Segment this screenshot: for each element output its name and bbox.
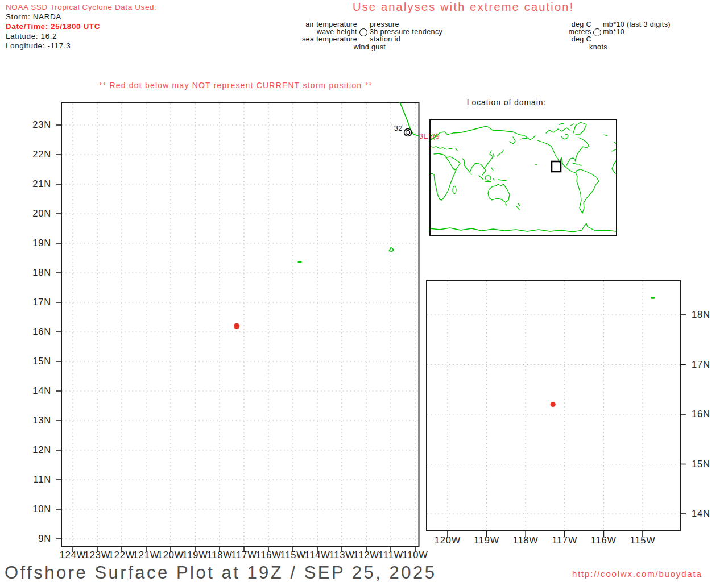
indonesia-islands [479, 168, 506, 182]
europe-coast [429, 146, 457, 151]
main-y-tick-label: 21N [16, 178, 51, 189]
zoom-y-tick-label: 17N [692, 359, 727, 370]
station-circle-icon [359, 28, 367, 36]
main-x-tick-label: 110W [402, 550, 429, 560]
canada-arctic [546, 123, 574, 139]
arabia-coast [446, 157, 460, 169]
zoom-map-gridlines [427, 281, 686, 537]
latitude-line: Latitude: 16.2 [6, 31, 156, 41]
scandinavia-coast [430, 135, 436, 140]
domain-box-marker [552, 161, 561, 172]
storm-position-warning: ** Red dot below may NOT represent CURRE… [99, 81, 373, 90]
storm-name-line: Storm: NARDA [6, 12, 156, 22]
atlantic-edge-fragments [612, 142, 617, 174]
australia-nz [488, 184, 520, 210]
north-america-east-coast [566, 138, 589, 167]
source-url[interactable]: http://coolwx.com/buoydata [572, 569, 702, 579]
longitude-line: Longitude: -117.3 [6, 41, 156, 51]
main-y-tick-label: 16N [16, 326, 51, 337]
main-x-tick-label: 119W [181, 550, 209, 560]
zoom-map-marks [551, 297, 655, 407]
main-x-tick-label: 120W [157, 550, 184, 560]
legend-sea-temperature-label: sea temperature [267, 36, 357, 43]
main-y-tick-label: 11N [16, 474, 51, 485]
main-y-tick-label: 20N [16, 208, 51, 219]
storm-narda-position [551, 402, 556, 407]
eurasia-north-coast [429, 126, 523, 141]
main-map-marks: 32 [234, 124, 412, 329]
units-tendency-label: mb*10 [603, 28, 624, 36]
zoom-x-tick-label: 117W [551, 535, 578, 546]
main-y-tick-label: 9N [16, 533, 51, 544]
kamchatka-aleutians [510, 137, 527, 144]
main-surface-map: 32 [54, 102, 424, 555]
main-y-tick-label: 23N [16, 119, 51, 130]
station-model-legend: air temperature pressure wave height 3h … [267, 21, 442, 43]
borneo [485, 176, 491, 180]
main-y-tick-label: 12N [16, 444, 51, 455]
station-circle [404, 129, 412, 136]
main-x-tick-label: 116W [255, 550, 282, 560]
greenland-iceland [573, 122, 607, 136]
units-knots-label: knots [576, 43, 621, 51]
main-y-tick-label: 10N [16, 504, 51, 514]
main-x-tick-label: 112W [353, 550, 380, 560]
main-y-tick-label: 14N [16, 385, 51, 396]
legend-station-id-label: station id [370, 36, 400, 43]
zoom-y-tick-label: 14N [692, 508, 727, 519]
noaa-data-line: NOAA SSD Tropical Cyclone Data Used: [6, 2, 156, 12]
station-air-temperature: 32 [394, 124, 403, 132]
main-x-tick-label: 121W [133, 550, 160, 560]
main-x-tick-label: 115W [279, 550, 307, 560]
east-asia-coast [477, 151, 493, 175]
plot-title: Offshore Surface Plot at 19Z / SEP 25, 2… [5, 563, 436, 582]
zoom-x-tick-label: 115W [629, 535, 656, 546]
main-y-tick-label: 22N [16, 149, 51, 160]
main-x-tick-label: 122W [108, 550, 135, 560]
caution-title: Use analyses with extreme caution! [353, 1, 574, 14]
main-x-tick-label: 114W [304, 550, 331, 560]
main-y-tick-label: 13N [16, 415, 51, 426]
units-legend: deg C mb*10 (last 3 digits) meters mb*10… [535, 21, 671, 43]
zoom-y-tick-label: 16N [692, 409, 727, 419]
japan-korea [493, 150, 503, 156]
main-map-border [61, 103, 419, 547]
zoom-x-tick-label: 118W [512, 535, 539, 546]
main-y-tick-label: 17N [16, 297, 51, 307]
units-degc-sea-label: deg C [535, 36, 592, 43]
clarion-island [298, 261, 302, 263]
zoom-x-tick-label: 120W [434, 535, 461, 546]
legend-wind-gust-label: wind gust [327, 43, 412, 51]
header-info: NOAA SSD Tropical Cyclone Data Used: Sto… [6, 2, 156, 51]
offshore-surface-plot-page: { "header": { "noaa_line": "NOAA SSD Tro… [0, 0, 728, 582]
main-x-tick-label: 111W [377, 550, 404, 560]
main-y-tick-label: 15N [16, 356, 51, 367]
clarion-island [651, 297, 655, 299]
main-x-tick-label: 117W [230, 550, 258, 560]
main-x-tick-label: 123W [84, 550, 111, 560]
zoom-x-tick-label: 116W [590, 535, 617, 546]
africa-coast [429, 153, 456, 200]
zoom-surface-map [426, 280, 690, 540]
station-circle-icon [593, 28, 601, 36]
india-coast [462, 159, 477, 174]
main-x-tick-label: 113W [328, 550, 355, 560]
zoom-x-tick-label: 119W [473, 535, 500, 546]
zoom-y-tick-label: 15N [692, 459, 727, 469]
inset-title: Location of domain: [448, 98, 565, 107]
madagascar [453, 186, 456, 194]
south-america-coast [576, 169, 599, 213]
inset-border [430, 119, 617, 235]
world-coastlines [429, 122, 617, 232]
zoom-y-tick-label: 18N [692, 309, 727, 320]
main-x-tick-label: 124W [59, 550, 86, 560]
socorro-island [389, 247, 394, 251]
north-america-west-coast [524, 135, 576, 173]
storm-narda-position [234, 323, 239, 329]
main-y-tick-label: 18N [16, 267, 51, 278]
location-of-domain-inset [429, 119, 617, 236]
antarctica-coast [429, 223, 617, 232]
main-x-tick-label: 118W [206, 550, 233, 560]
main-y-tick-label: 19N [16, 238, 51, 248]
datetime-line: Date/Time: 25/1800 UTC [6, 22, 156, 31]
